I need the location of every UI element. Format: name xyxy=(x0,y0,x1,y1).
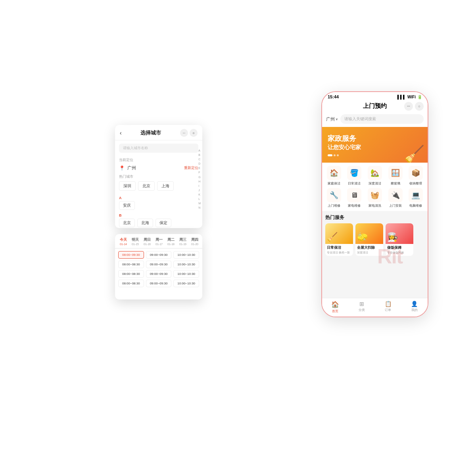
time-day-sun[interactable]: 周日 01-16 xyxy=(141,236,153,246)
time-day-mon[interactable]: 周一 01-17 xyxy=(153,236,165,246)
modal-back-button[interactable]: ‹ xyxy=(120,130,122,136)
hot-card-3[interactable]: 👩‍🍳 做饭保姆 专业做饭阿姨 xyxy=(386,223,413,256)
service-item-8[interactable]: 🧺 家电清洗 xyxy=(365,188,384,208)
time-slot-3-1[interactable]: 08:00~08:30 xyxy=(118,270,144,278)
alpha-e[interactable]: E xyxy=(198,166,201,170)
time-slot-4-1[interactable]: 08:00~08:30 xyxy=(118,280,144,287)
city-btn-beijing[interactable]: 北京 xyxy=(138,181,155,191)
hot-card-desc-1: 专业清洁 焕然一新 xyxy=(327,251,351,255)
alpha-m[interactable]: M xyxy=(198,202,201,205)
time-slot-2-3[interactable]: 10:00~10:30 xyxy=(173,261,199,268)
time-slot-1-2[interactable]: 09:00~09:30 xyxy=(146,251,172,259)
organize-icon: 📦 xyxy=(409,166,423,180)
alpha-k[interactable]: K xyxy=(198,193,201,196)
tab-profile-icon: 👤 xyxy=(411,301,418,307)
hot-card-body-2: 全屋大扫除 深度清洁 xyxy=(355,244,383,256)
mon-date: 01-17 xyxy=(155,243,163,246)
current-location-section: 当前定位 📍 广州 重新定位 xyxy=(115,156,202,173)
appliance-repair-icon: 🖥 xyxy=(347,188,361,202)
status-bar: 15:44 ▌▌▌ WiFi 🔋 xyxy=(322,92,428,101)
alpha-h[interactable]: H xyxy=(198,180,201,183)
time-slot-3-2[interactable]: 09:00~09:30 xyxy=(146,270,172,278)
nav-icons: ··· ○ xyxy=(404,102,424,111)
service-item-6[interactable]: 🔧 上门维修 xyxy=(324,188,344,208)
city-btn-beihai[interactable]: 北海 xyxy=(137,219,153,227)
relocate-button[interactable]: 重新定位 xyxy=(184,165,198,171)
time-day-thu[interactable]: 周四 01-20 xyxy=(189,236,201,246)
alpha-i[interactable]: I xyxy=(198,184,201,188)
city-btn-shenzhen[interactable]: 深圳 xyxy=(119,181,136,191)
city-btn-anqing[interactable]: 安庆 xyxy=(119,201,135,210)
search-input[interactable]: 请输入关键词搜索 xyxy=(340,114,424,124)
chevron-down-icon: ∨ xyxy=(336,117,338,121)
time-day-wed[interactable]: 周三 01-19 xyxy=(177,236,189,246)
daily-clean-icon: 🪣 xyxy=(347,166,361,180)
service-grid-row2: 🔧 上门维修 🖥 家电维修 🧺 家电清洗 🔌 上门安装 💻 电脑维修 xyxy=(322,187,428,211)
status-time: 15:44 xyxy=(328,94,339,99)
city-search-input[interactable]: 请输入城市名称 xyxy=(119,144,198,153)
thu-label: 周四 xyxy=(191,237,198,242)
time-slot-4-2[interactable]: 09:00~09:30 xyxy=(146,280,172,287)
alpha-d[interactable]: D xyxy=(198,162,201,165)
time-slot-2-2[interactable]: 09:00~09:30 xyxy=(146,261,172,268)
alpha-b[interactable]: B xyxy=(198,153,201,157)
modal-icon-dots[interactable]: ··· xyxy=(180,129,188,137)
service-label-9: 上门安装 xyxy=(389,203,402,208)
time-slot-4-3[interactable]: 10:00~10:30 xyxy=(173,280,199,287)
time-day-today[interactable]: 今天 01-14 xyxy=(117,236,129,246)
service-item-3[interactable]: 🏡 深度清洁 xyxy=(365,166,384,186)
location-button[interactable]: 广州 ∨ xyxy=(326,116,338,122)
time-slot-1-1[interactable]: 08:00~09:30 xyxy=(118,251,144,259)
service-label-6: 上门维修 xyxy=(328,203,340,208)
hot-card-desc-2: 深度清洁 xyxy=(357,251,382,255)
location-dot-icon: 📍 xyxy=(119,165,125,171)
tomorrow-date: 01-15 xyxy=(132,243,139,246)
hot-section-title: 热门服务 xyxy=(325,214,424,221)
alpha-l[interactable]: L xyxy=(198,197,201,201)
city-btn-shanghai[interactable]: 上海 xyxy=(157,181,174,191)
alpha-j[interactable]: J xyxy=(198,188,201,192)
tab-category[interactable]: ⊞ 分类 xyxy=(349,301,375,313)
service-item-4[interactable]: 🪟 擦玻璃 xyxy=(386,166,405,186)
hot-card-1[interactable]: 🧹 日常保洁 专业清洁 焕然一新 xyxy=(325,223,353,256)
current-city-name: 广州 xyxy=(127,165,136,171)
city-btn-baoding[interactable]: 保定 xyxy=(155,219,171,227)
service-label-7: 家电维修 xyxy=(348,203,361,208)
tab-home[interactable]: 🏠 首页 xyxy=(322,301,349,313)
time-slot-2-1[interactable]: 08:00~08:30 xyxy=(118,261,144,268)
deep-clean-icon: 🏡 xyxy=(368,166,382,180)
repair-icon: 🔧 xyxy=(327,188,341,202)
nav-bar: 上门预约 ··· ○ xyxy=(322,101,428,112)
service-item-1[interactable]: 🏠 家庭保洁 xyxy=(324,166,344,186)
nav-circle-icon[interactable]: ○ xyxy=(415,102,424,111)
time-row-3: 08:00~08:30 09:00~09:30 10:00~10:30 xyxy=(118,270,199,278)
wed-label: 周三 xyxy=(179,237,186,242)
service-item-7[interactable]: 🖥 家电维修 xyxy=(345,188,364,208)
city-btn-beijing2[interactable]: 北京 xyxy=(119,219,135,227)
tab-order[interactable]: 📋 订单 xyxy=(375,301,401,313)
phone-screen: 15:44 ▌▌▌ WiFi 🔋 上门预约 ··· ○ 广州 ∨ 请输入关键词搜… xyxy=(322,92,428,317)
service-item-2[interactable]: 🪣 日常清洁 xyxy=(345,166,364,186)
hot-card-2[interactable]: 🧽 全屋大扫除 深度清洁 xyxy=(355,223,383,256)
alpha-f[interactable]: F xyxy=(198,171,201,174)
alpha-a[interactable]: A xyxy=(198,149,201,152)
city-select-modal: ‹ 选择城市 ··· ○ 请输入城市名称 当前定位 📍 广州 重新定位 热门城市… xyxy=(115,125,202,228)
service-label-5: 收纳整理 xyxy=(409,181,422,186)
service-item-9[interactable]: 🔌 上门安装 xyxy=(386,188,405,208)
time-day-tomorrow[interactable]: 明天 01-15 xyxy=(129,236,141,246)
service-item-10[interactable]: 💻 电脑维修 xyxy=(406,188,425,208)
nav-more-icon[interactable]: ··· xyxy=(404,102,413,111)
status-icons: ▌▌▌ WiFi 🔋 xyxy=(397,95,422,99)
service-label-10: 电脑维修 xyxy=(409,203,422,208)
time-day-tue[interactable]: 周二 01-18 xyxy=(165,236,177,246)
modal-icon-circle[interactable]: ○ xyxy=(190,129,198,137)
alpha-n[interactable]: N xyxy=(198,206,201,209)
time-slot-1-3[interactable]: 10:00~10:30 xyxy=(173,251,199,259)
time-slot-3-3[interactable]: 10:00~10:30 xyxy=(173,270,199,278)
tab-profile[interactable]: 👤 我的 xyxy=(401,301,428,313)
service-label-8: 家电清洗 xyxy=(369,203,381,208)
service-item-5[interactable]: 📦 收纳整理 xyxy=(406,166,425,186)
thu-date: 01-20 xyxy=(191,243,198,246)
alpha-c[interactable]: C xyxy=(198,157,201,161)
alpha-g[interactable]: G xyxy=(198,175,201,179)
